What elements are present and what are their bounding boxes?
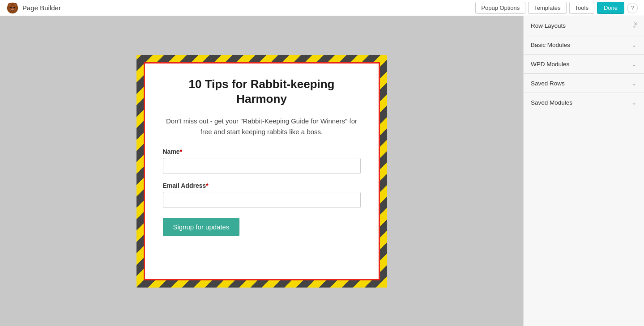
saved-modules-header[interactable]: Saved Modules ⌄: [524, 93, 644, 112]
done-button[interactable]: Done: [597, 2, 624, 14]
basic-modules-chevron-icon: ⌄: [631, 41, 637, 48]
sidebar: × Row Layouts ⌄ Basic Modules ⌄ WPD Modu…: [523, 16, 644, 326]
svg-point-4: [14, 4, 17, 6]
wpd-modules-chevron-icon: ⌄: [631, 60, 637, 68]
popup-options-button[interactable]: Popup Options: [475, 2, 525, 14]
row-layouts-label: Row Layouts: [531, 22, 566, 29]
email-input[interactable]: [163, 192, 361, 208]
popup-wrapper: 10 Tips for Rabbit-keeping Harmony Don't…: [136, 55, 387, 288]
name-label: Name*: [163, 148, 361, 155]
tools-button[interactable]: Tools: [569, 2, 594, 14]
row-layouts-header[interactable]: Row Layouts ⌄: [524, 16, 644, 35]
help-icon: ?: [631, 4, 634, 11]
email-label: Email Address*: [163, 182, 361, 189]
svg-point-6: [10, 7, 12, 8]
sidebar-section-saved-modules: Saved Modules ⌄: [524, 93, 644, 112]
saved-modules-label: Saved Modules: [531, 99, 572, 106]
wpd-modules-header[interactable]: WPD Modules ⌄: [524, 55, 644, 73]
wpd-modules-label: WPD Modules: [531, 61, 569, 68]
name-input[interactable]: [163, 158, 361, 174]
popup-form: Name* Email Address* Signup for updates: [163, 148, 361, 236]
sidebar-section-basic-modules: Basic Modules ⌄: [524, 35, 644, 55]
popup-subtitle: Don't miss out - get your "Rabbit-Keepin…: [163, 116, 361, 137]
logo-icon: [6, 2, 19, 14]
svg-point-8: [11, 8, 14, 10]
sidebar-section-wpd-modules: WPD Modules ⌄: [524, 55, 644, 74]
templates-button[interactable]: Templates: [528, 2, 566, 14]
saved-rows-chevron-icon: ⌄: [631, 80, 637, 87]
saved-rows-header[interactable]: Saved Rows ⌄: [524, 74, 644, 93]
popup-title: 10 Tips for Rabbit-keeping Harmony: [163, 77, 361, 107]
header-actions: Popup Options Templates Tools Done ?: [475, 2, 638, 14]
saved-modules-chevron-icon: ⌄: [631, 99, 637, 106]
signup-button[interactable]: Signup for updates: [163, 218, 240, 236]
header-left: Page Builder: [6, 2, 61, 14]
main-container: 10 Tips for Rabbit-keeping Harmony Don't…: [0, 16, 644, 326]
name-required: *: [180, 148, 182, 155]
saved-rows-label: Saved Rows: [531, 80, 565, 87]
svg-point-3: [9, 4, 11, 6]
email-required: *: [206, 182, 208, 189]
sidebar-section-row-layouts: Row Layouts ⌄: [524, 16, 644, 35]
basic-modules-label: Basic Modules: [531, 42, 570, 48]
basic-modules-header[interactable]: Basic Modules ⌄: [524, 35, 644, 54]
sidebar-section-saved-rows: Saved Rows ⌄: [524, 74, 644, 93]
header: Page Builder Popup Options Templates Too…: [0, 0, 644, 16]
svg-point-7: [13, 7, 15, 8]
canvas-area: 10 Tips for Rabbit-keeping Harmony Don't…: [0, 16, 523, 326]
help-button[interactable]: ?: [627, 3, 638, 13]
sidebar-close-button[interactable]: ×: [634, 21, 638, 28]
popup-content: 10 Tips for Rabbit-keeping Harmony Don't…: [144, 62, 380, 280]
header-title: Page Builder: [22, 4, 61, 12]
